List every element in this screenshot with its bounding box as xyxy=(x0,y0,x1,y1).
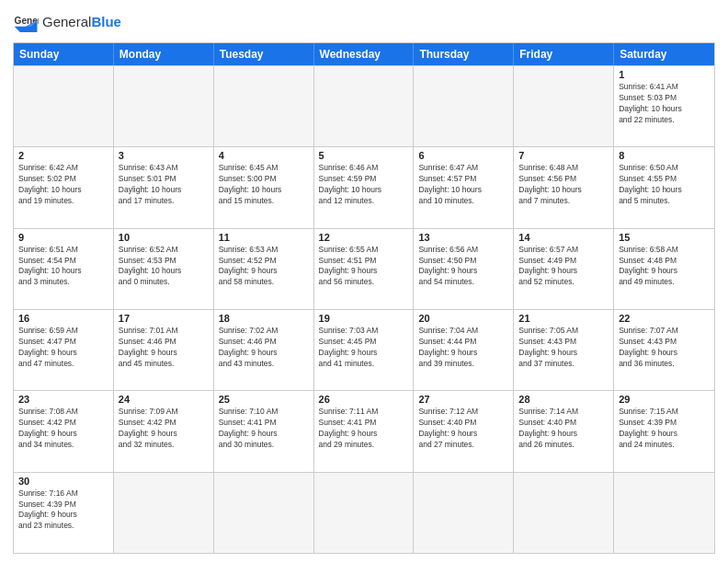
day-info: Sunrise: 7:16 AM Sunset: 4:39 PM Dayligh… xyxy=(18,488,108,533)
calendar-cell: 11Sunrise: 6:53 AM Sunset: 4:52 PM Dayli… xyxy=(214,229,314,309)
calendar-cell: 18Sunrise: 7:02 AM Sunset: 4:46 PM Dayli… xyxy=(214,310,314,390)
day-number: 15 xyxy=(619,232,710,243)
header-day-wednesday: Wednesday xyxy=(314,43,415,65)
logo: General GeneralBlue xyxy=(13,9,121,35)
day-info: Sunrise: 7:07 AM Sunset: 4:43 PM Dayligh… xyxy=(619,326,710,370)
day-number: 1 xyxy=(619,69,710,80)
calendar-cell: 29Sunrise: 7:15 AM Sunset: 4:39 PM Dayli… xyxy=(614,391,714,471)
calendar-cell: 22Sunrise: 7:07 AM Sunset: 4:43 PM Dayli… xyxy=(614,310,714,390)
day-info: Sunrise: 6:50 AM Sunset: 4:55 PM Dayligh… xyxy=(619,163,710,207)
calendar-row-1: 2Sunrise: 6:42 AM Sunset: 5:02 PM Daylig… xyxy=(14,146,714,227)
calendar: SundayMondayTuesdayWednesdayThursdayFrid… xyxy=(13,42,715,554)
header-day-saturday: Saturday xyxy=(614,43,714,65)
page: General GeneralBlue SundayMondayTuesdayW… xyxy=(0,0,728,563)
day-number: 13 xyxy=(418,232,508,243)
header-day-friday: Friday xyxy=(514,43,614,65)
calendar-cell xyxy=(414,473,514,553)
calendar-cell xyxy=(314,473,415,553)
day-number: 4 xyxy=(219,150,309,161)
calendar-cell xyxy=(514,473,614,553)
day-number: 12 xyxy=(319,232,409,243)
day-number: 6 xyxy=(418,150,508,161)
day-info: Sunrise: 7:14 AM Sunset: 4:40 PM Dayligh… xyxy=(518,407,609,451)
header-day-thursday: Thursday xyxy=(414,43,514,65)
calendar-cell: 1Sunrise: 6:41 AM Sunset: 5:03 PM Daylig… xyxy=(614,66,714,146)
day-info: Sunrise: 6:59 AM Sunset: 4:47 PM Dayligh… xyxy=(18,326,108,370)
day-info: Sunrise: 7:02 AM Sunset: 4:46 PM Dayligh… xyxy=(219,326,309,370)
day-number: 20 xyxy=(418,313,508,324)
calendar-cell xyxy=(614,473,714,553)
day-number: 2 xyxy=(18,150,108,161)
day-info: Sunrise: 6:45 AM Sunset: 5:00 PM Dayligh… xyxy=(219,163,309,207)
day-number: 11 xyxy=(219,232,309,243)
calendar-cell: 9Sunrise: 6:51 AM Sunset: 4:54 PM Daylig… xyxy=(14,229,114,309)
day-info: Sunrise: 6:43 AM Sunset: 5:01 PM Dayligh… xyxy=(119,163,209,207)
day-info: Sunrise: 6:58 AM Sunset: 4:48 PM Dayligh… xyxy=(619,245,710,289)
day-number: 27 xyxy=(418,394,508,405)
calendar-cell: 3Sunrise: 6:43 AM Sunset: 5:01 PM Daylig… xyxy=(114,147,214,227)
calendar-cell: 21Sunrise: 7:05 AM Sunset: 4:43 PM Dayli… xyxy=(514,310,614,390)
day-number: 5 xyxy=(319,150,409,161)
calendar-cell xyxy=(114,473,214,553)
day-number: 24 xyxy=(119,394,209,405)
day-number: 22 xyxy=(619,313,710,324)
day-info: Sunrise: 6:55 AM Sunset: 4:51 PM Dayligh… xyxy=(319,245,409,289)
day-info: Sunrise: 7:10 AM Sunset: 4:41 PM Dayligh… xyxy=(219,407,309,451)
calendar-row-4: 23Sunrise: 7:08 AM Sunset: 4:42 PM Dayli… xyxy=(14,390,714,471)
day-number: 28 xyxy=(518,394,609,405)
day-info: Sunrise: 7:08 AM Sunset: 4:42 PM Dayligh… xyxy=(18,407,108,451)
calendar-cell xyxy=(14,66,114,146)
svg-marker-1 xyxy=(15,27,26,32)
day-number: 17 xyxy=(119,313,209,324)
day-info: Sunrise: 6:46 AM Sunset: 4:59 PM Dayligh… xyxy=(319,163,409,207)
day-number: 23 xyxy=(18,394,108,405)
generalblue-icon: General xyxy=(13,9,39,35)
day-info: Sunrise: 6:48 AM Sunset: 4:56 PM Dayligh… xyxy=(518,163,609,207)
day-number: 8 xyxy=(619,150,710,161)
calendar-row-5: 30Sunrise: 7:16 AM Sunset: 4:39 PM Dayli… xyxy=(14,472,714,553)
day-info: Sunrise: 6:53 AM Sunset: 4:52 PM Dayligh… xyxy=(219,245,309,289)
calendar-cell: 14Sunrise: 6:57 AM Sunset: 4:49 PM Dayli… xyxy=(514,229,614,309)
calendar-cell: 24Sunrise: 7:09 AM Sunset: 4:42 PM Dayli… xyxy=(114,391,214,471)
day-info: Sunrise: 7:15 AM Sunset: 4:39 PM Dayligh… xyxy=(619,407,710,451)
day-info: Sunrise: 7:09 AM Sunset: 4:42 PM Dayligh… xyxy=(119,407,209,451)
calendar-cell: 8Sunrise: 6:50 AM Sunset: 4:55 PM Daylig… xyxy=(614,147,714,227)
calendar-cell: 27Sunrise: 7:12 AM Sunset: 4:40 PM Dayli… xyxy=(414,391,514,471)
day-info: Sunrise: 6:51 AM Sunset: 4:54 PM Dayligh… xyxy=(18,245,108,289)
calendar-cell xyxy=(414,66,514,146)
calendar-cell: 7Sunrise: 6:48 AM Sunset: 4:56 PM Daylig… xyxy=(514,147,614,227)
calendar-cell: 17Sunrise: 7:01 AM Sunset: 4:46 PM Dayli… xyxy=(114,310,214,390)
header: General GeneralBlue xyxy=(13,9,715,35)
header-day-tuesday: Tuesday xyxy=(214,43,314,65)
calendar-cell xyxy=(314,66,415,146)
calendar-cell: 13Sunrise: 6:56 AM Sunset: 4:50 PM Dayli… xyxy=(414,229,514,309)
day-info: Sunrise: 6:41 AM Sunset: 5:03 PM Dayligh… xyxy=(619,82,710,126)
calendar-cell: 15Sunrise: 6:58 AM Sunset: 4:48 PM Dayli… xyxy=(614,229,714,309)
day-number: 19 xyxy=(319,313,409,324)
calendar-cell: 10Sunrise: 6:52 AM Sunset: 4:53 PM Dayli… xyxy=(114,229,214,309)
calendar-cell: 12Sunrise: 6:55 AM Sunset: 4:51 PM Dayli… xyxy=(314,229,415,309)
day-number: 26 xyxy=(319,394,409,405)
day-number: 10 xyxy=(119,232,209,243)
logo-general-text: GeneralBlue xyxy=(42,15,121,30)
day-info: Sunrise: 7:04 AM Sunset: 4:44 PM Dayligh… xyxy=(418,326,508,370)
calendar-cell: 6Sunrise: 6:47 AM Sunset: 4:57 PM Daylig… xyxy=(414,147,514,227)
day-info: Sunrise: 7:03 AM Sunset: 4:45 PM Dayligh… xyxy=(319,326,409,370)
day-number: 9 xyxy=(18,232,108,243)
header-day-monday: Monday xyxy=(114,43,214,65)
calendar-cell xyxy=(214,66,314,146)
calendar-cell: 28Sunrise: 7:14 AM Sunset: 4:40 PM Dayli… xyxy=(514,391,614,471)
day-number: 3 xyxy=(119,150,209,161)
calendar-row-3: 16Sunrise: 6:59 AM Sunset: 4:47 PM Dayli… xyxy=(14,309,714,390)
day-info: Sunrise: 6:57 AM Sunset: 4:49 PM Dayligh… xyxy=(518,245,609,289)
calendar-cell: 19Sunrise: 7:03 AM Sunset: 4:45 PM Dayli… xyxy=(314,310,415,390)
day-info: Sunrise: 6:52 AM Sunset: 4:53 PM Dayligh… xyxy=(119,245,209,289)
day-info: Sunrise: 7:12 AM Sunset: 4:40 PM Dayligh… xyxy=(418,407,508,451)
day-info: Sunrise: 7:05 AM Sunset: 4:43 PM Dayligh… xyxy=(518,326,609,370)
day-number: 21 xyxy=(518,313,609,324)
calendar-cell: 30Sunrise: 7:16 AM Sunset: 4:39 PM Dayli… xyxy=(14,473,114,553)
calendar-cell: 20Sunrise: 7:04 AM Sunset: 4:44 PM Dayli… xyxy=(414,310,514,390)
day-info: Sunrise: 6:47 AM Sunset: 4:57 PM Dayligh… xyxy=(418,163,508,207)
calendar-row-2: 9Sunrise: 6:51 AM Sunset: 4:54 PM Daylig… xyxy=(14,228,714,309)
day-number: 29 xyxy=(619,394,710,405)
